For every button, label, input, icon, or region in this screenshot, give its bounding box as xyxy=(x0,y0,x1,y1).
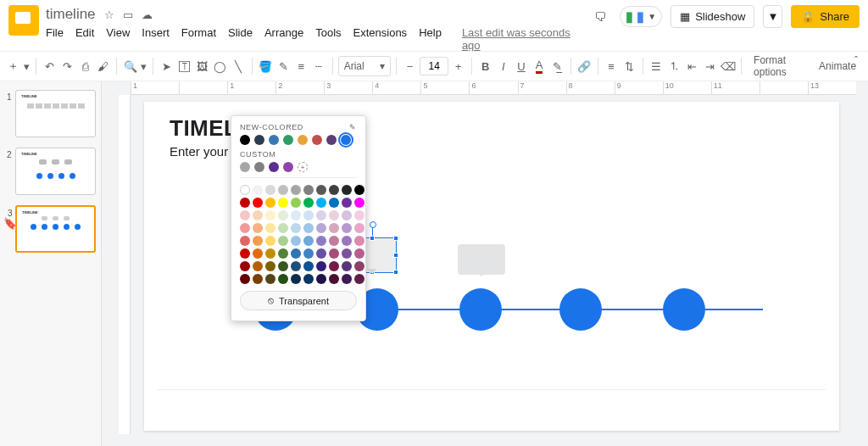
color-swatch[interactable] xyxy=(253,198,263,208)
fill-color-button[interactable]: 🪣 xyxy=(257,55,273,77)
menu-file[interactable]: File xyxy=(46,26,64,52)
color-swatch[interactable] xyxy=(240,274,250,284)
numbered-list-button[interactable]: ⒈ xyxy=(666,55,682,77)
color-swatch[interactable] xyxy=(354,223,364,233)
custom-color-swatch[interactable] xyxy=(240,162,250,172)
color-swatch[interactable] xyxy=(342,236,352,246)
underline-button[interactable]: U xyxy=(513,55,529,77)
color-swatch[interactable] xyxy=(354,185,364,195)
color-swatch[interactable] xyxy=(278,261,288,271)
color-swatch[interactable] xyxy=(265,210,275,220)
color-swatch[interactable] xyxy=(354,261,364,271)
canvas-area[interactable]: 1123456789101113 TIMELINE Enter your sub… xyxy=(102,81,868,446)
color-swatch[interactable] xyxy=(265,198,275,208)
select-tool[interactable]: ➤ xyxy=(159,55,175,77)
move-icon[interactable]: ▭ xyxy=(123,8,133,21)
font-size-increase[interactable]: + xyxy=(450,55,466,77)
color-swatch[interactable] xyxy=(253,236,263,246)
color-swatch[interactable] xyxy=(278,236,288,246)
color-swatch[interactable] xyxy=(303,223,314,233)
clear-format-button[interactable]: ⌫ xyxy=(720,55,736,77)
color-swatch[interactable] xyxy=(253,261,263,271)
font-size-input[interactable] xyxy=(420,57,448,75)
color-swatch[interactable] xyxy=(329,274,339,284)
meet-button[interactable]: ▮▮ ▼ xyxy=(620,6,662,27)
menu-view[interactable]: View xyxy=(106,26,130,52)
theme-color-swatch[interactable] xyxy=(298,135,308,145)
color-swatch[interactable] xyxy=(342,185,352,195)
custom-color-swatch[interactable] xyxy=(283,162,293,172)
align-button[interactable]: ≡ xyxy=(604,55,620,77)
color-swatch[interactable] xyxy=(291,198,301,208)
color-swatch[interactable] xyxy=(329,236,339,246)
color-swatch[interactable] xyxy=(278,274,288,284)
color-swatch[interactable] xyxy=(265,223,275,233)
color-swatch[interactable] xyxy=(316,261,326,271)
menu-tools[interactable]: Tools xyxy=(315,26,341,52)
theme-color-swatch[interactable] xyxy=(326,135,337,145)
resize-handle-e[interactable] xyxy=(393,253,398,258)
font-size-decrease[interactable]: − xyxy=(402,55,418,77)
color-swatch[interactable] xyxy=(278,248,288,259)
print-button[interactable]: ⎙ xyxy=(77,55,93,77)
border-weight-button[interactable]: ≡ xyxy=(293,55,309,77)
slideshow-dropdown[interactable]: ▼ xyxy=(763,5,782,28)
theme-color-swatch[interactable] xyxy=(269,135,279,145)
font-select[interactable]: Arial▾ xyxy=(338,56,392,76)
redo-button[interactable]: ↷ xyxy=(59,55,75,77)
color-swatch[interactable] xyxy=(265,236,275,246)
comments-icon[interactable]: 🗨 xyxy=(589,6,611,28)
paint-format-button[interactable]: 🖌 xyxy=(95,55,111,77)
color-swatch[interactable] xyxy=(253,274,263,284)
resize-handle-ne[interactable] xyxy=(393,236,398,241)
color-swatch[interactable] xyxy=(342,248,352,259)
color-swatch[interactable] xyxy=(342,223,352,233)
color-swatch[interactable] xyxy=(291,185,301,195)
highlight-button[interactable]: ✎̲ xyxy=(549,55,565,77)
share-button[interactable]: 🔒 Share xyxy=(791,5,860,28)
theme-color-swatch[interactable] xyxy=(341,135,351,145)
text-color-button[interactable]: A xyxy=(531,55,548,77)
color-swatch[interactable] xyxy=(329,223,339,233)
menu-edit[interactable]: Edit xyxy=(75,26,94,52)
theme-color-swatch[interactable] xyxy=(312,135,322,145)
color-swatch[interactable] xyxy=(303,198,314,208)
bold-button[interactable]: B xyxy=(477,55,493,77)
edit-theme-colors-icon[interactable]: ✎ xyxy=(349,123,357,131)
color-swatch[interactable] xyxy=(278,198,288,208)
timeline-node-4[interactable] xyxy=(559,288,602,331)
color-swatch[interactable] xyxy=(253,223,263,233)
bulleted-list-button[interactable]: ☰ xyxy=(648,55,665,77)
color-swatch[interactable] xyxy=(265,274,275,284)
theme-color-swatch[interactable] xyxy=(254,135,264,145)
color-swatch[interactable] xyxy=(278,185,288,195)
color-swatch[interactable] xyxy=(342,274,352,284)
color-swatch[interactable] xyxy=(329,261,339,271)
color-swatch[interactable] xyxy=(354,236,364,246)
slideshow-button[interactable]: ▦ Slideshow xyxy=(670,5,754,28)
color-swatch[interactable] xyxy=(253,185,263,195)
color-swatch[interactable] xyxy=(303,210,314,220)
color-swatch[interactable] xyxy=(303,185,314,195)
line-tool[interactable]: ╲ xyxy=(230,55,246,77)
color-swatch[interactable] xyxy=(316,236,326,246)
app-logo[interactable] xyxy=(8,5,39,36)
color-swatch[interactable] xyxy=(303,248,314,259)
format-options-button[interactable]: Format options xyxy=(747,54,810,78)
color-swatch[interactable] xyxy=(291,274,301,284)
resize-handle-n[interactable] xyxy=(370,236,375,241)
thumb-slide-2[interactable]: 2 TIMELINE xyxy=(15,148,96,195)
color-swatch[interactable] xyxy=(265,261,275,271)
color-swatch[interactable] xyxy=(278,223,288,233)
color-swatch[interactable] xyxy=(291,261,301,271)
cloud-icon[interactable]: ☁ xyxy=(142,8,153,21)
custom-color-swatch[interactable] xyxy=(269,162,279,172)
color-swatch[interactable] xyxy=(291,223,301,233)
custom-color-swatch[interactable] xyxy=(254,162,264,172)
color-swatch[interactable] xyxy=(240,223,250,233)
color-swatch[interactable] xyxy=(329,185,339,195)
color-swatch[interactable] xyxy=(291,236,301,246)
color-swatch[interactable] xyxy=(253,210,263,220)
theme-color-swatch[interactable] xyxy=(283,135,293,145)
new-slide-dropdown[interactable]: ▾ xyxy=(23,55,31,77)
